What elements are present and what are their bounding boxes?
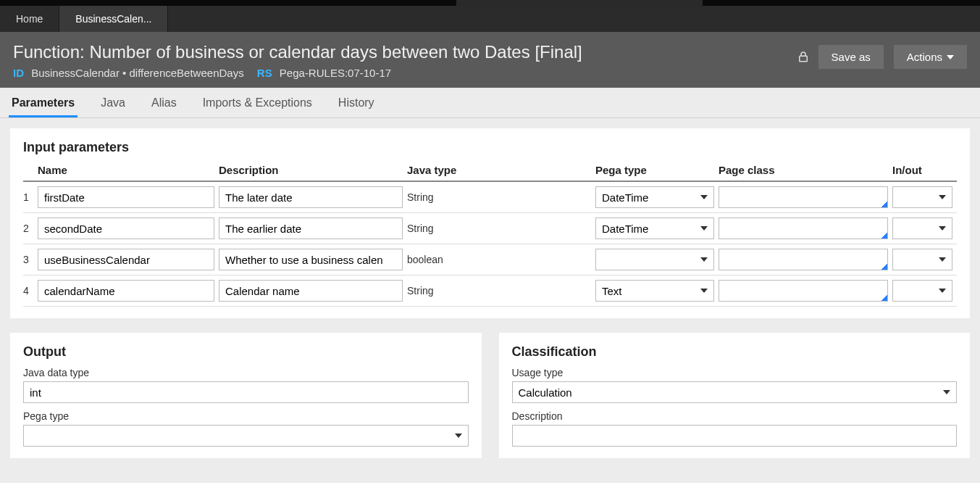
usage-type-select[interactable]: Calculation xyxy=(512,381,958,403)
rule-rs-value: Pega-RULES:07-10-17 xyxy=(280,67,391,79)
classification-panel: Classification Usage type Calculation De… xyxy=(499,333,971,458)
header-java-type: Java type xyxy=(407,159,595,181)
chevron-down-icon xyxy=(947,55,954,59)
param-java-type: String xyxy=(407,275,595,307)
rule-id-label: ID xyxy=(13,67,24,79)
param-page-class-input[interactable] xyxy=(719,217,888,239)
param-in-out-select[interactable] xyxy=(892,280,952,302)
output-java-type-label: Java data type xyxy=(23,367,469,378)
param-page-class-input[interactable] xyxy=(719,280,888,302)
param-name-input[interactable] xyxy=(38,249,214,270)
param-java-type: String xyxy=(407,213,595,244)
param-description-input[interactable] xyxy=(219,186,403,208)
param-pega-type-select[interactable]: DateTime xyxy=(595,186,714,208)
output-java-type-input[interactable] xyxy=(23,381,469,403)
global-search-input[interactable] xyxy=(456,0,703,7)
header-in-out: In/out xyxy=(892,159,957,181)
param-page-class-input[interactable] xyxy=(719,186,888,208)
classification-description-input[interactable] xyxy=(512,425,958,447)
param-description-input[interactable] xyxy=(219,249,403,270)
param-java-type: boolean xyxy=(407,244,595,275)
tabstrip: Parameters Java Alias Imports & Exceptio… xyxy=(0,88,980,118)
input-parameters-panel: Input parameters Name Description Java t… xyxy=(10,128,970,318)
table-row: 2StringDateTime xyxy=(23,213,957,244)
output-panel: Output Java data type Pega type xyxy=(10,333,482,458)
param-name-input[interactable] xyxy=(38,217,214,239)
rule-id-value: BusinessCalendar • differenceBetweenDays xyxy=(31,67,243,79)
param-in-out-select[interactable] xyxy=(892,186,952,208)
app-topbar xyxy=(0,0,980,6)
row-index: 2 xyxy=(23,213,38,244)
classification-title: Classification xyxy=(512,344,958,360)
param-in-out-select[interactable] xyxy=(892,217,952,239)
navbar: Home BusinessCalen... xyxy=(0,6,980,32)
classification-description-label: Description xyxy=(512,410,958,422)
param-pega-type-select[interactable]: DateTime xyxy=(595,217,714,239)
param-in-out-select[interactable] xyxy=(892,249,952,270)
rule-header-left: Function: Number of business or calendar… xyxy=(13,42,582,79)
row-index: 4 xyxy=(23,275,38,307)
row-index: 3 xyxy=(23,244,38,275)
header-page-class: Page class xyxy=(719,159,892,181)
header-name: Name xyxy=(38,159,219,181)
table-row: 3boolean xyxy=(23,244,957,275)
rule-rs-label: RS xyxy=(257,67,272,79)
lock-icon xyxy=(797,50,808,65)
actions-button-label: Actions xyxy=(907,51,942,63)
header-description: Description xyxy=(219,159,407,181)
tab-imports-exceptions[interactable]: Imports & Exceptions xyxy=(200,89,315,117)
rule-header: Function: Number of business or calendar… xyxy=(0,32,980,88)
lower-panels: Output Java data type Pega type Classifi… xyxy=(10,333,970,473)
param-name-input[interactable] xyxy=(38,280,214,302)
header-pega-type: Pega type xyxy=(595,159,719,181)
nav-tab-home[interactable]: Home xyxy=(0,6,59,32)
input-parameters-title: Input parameters xyxy=(23,140,957,155)
param-page-class-input[interactable] xyxy=(719,249,888,270)
nav-tab-document[interactable]: BusinessCalen... xyxy=(59,6,168,32)
tab-history[interactable]: History xyxy=(335,89,377,117)
tab-parameters[interactable]: Parameters xyxy=(9,89,78,117)
output-pega-type-select[interactable] xyxy=(23,425,469,447)
content-area: Input parameters Name Description Java t… xyxy=(0,118,980,483)
param-pega-type-select[interactable] xyxy=(595,249,714,270)
rule-meta: ID BusinessCalendar • differenceBetweenD… xyxy=(13,67,582,79)
rule-title: Function: Number of business or calendar… xyxy=(13,42,582,62)
table-header-row: Name Description Java type Pega type Pag… xyxy=(23,159,957,181)
output-title: Output xyxy=(23,344,469,360)
svg-rect-0 xyxy=(799,56,807,62)
tab-java[interactable]: Java xyxy=(98,89,128,117)
param-pega-type-select[interactable]: Text xyxy=(595,280,714,302)
table-row: 1StringDateTime xyxy=(23,181,957,213)
param-description-input[interactable] xyxy=(219,217,403,239)
rule-actions: Save as Actions xyxy=(797,42,967,69)
usage-type-label: Usage type xyxy=(512,367,958,378)
table-row: 4StringText xyxy=(23,275,957,307)
output-pega-type-label: Pega type xyxy=(23,410,469,422)
save-as-button[interactable]: Save as xyxy=(818,45,884,69)
param-java-type: String xyxy=(407,181,595,213)
input-parameters-table: Name Description Java type Pega type Pag… xyxy=(23,159,957,307)
row-index: 1 xyxy=(23,181,38,213)
param-name-input[interactable] xyxy=(38,186,214,208)
actions-button[interactable]: Actions xyxy=(894,45,967,69)
tab-alias[interactable]: Alias xyxy=(148,89,180,117)
param-description-input[interactable] xyxy=(219,280,403,302)
